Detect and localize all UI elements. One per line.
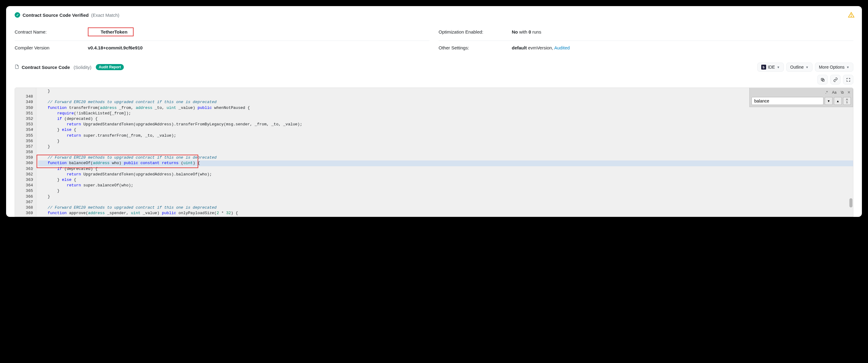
contract-card: ✓ Contract Source Code Verified (Exact M…: [6, 6, 862, 217]
code-editor[interactable]: .* Aa \b × ▾ ▴ A 1 348349350351352353354…: [14, 88, 854, 217]
warning-icon[interactable]: [848, 11, 855, 19]
contract-name-value: TetherToken: [88, 27, 133, 36]
ide-button[interactable]: b IDE ▼: [757, 63, 784, 72]
link-button[interactable]: [830, 75, 841, 85]
code-line[interactable]: // Forward ERC20 methods to upgraded con…: [38, 99, 853, 105]
chevron-down-icon: ▼: [805, 66, 808, 69]
code-line[interactable]: return super.balanceOf(who);: [38, 183, 853, 188]
chevron-down-icon: ▼: [777, 66, 780, 69]
row-compiler: Compiler Version v0.4.18+commit.9cf6e910: [14, 41, 429, 55]
code-line[interactable]: if (deprecated) {: [38, 116, 853, 122]
compiler-value: v0.4.18+commit.9cf6e910: [88, 45, 429, 50]
file-icon: [14, 64, 19, 70]
code-line[interactable]: [38, 149, 853, 155]
code-line[interactable]: }: [38, 139, 853, 144]
outline-button[interactable]: Outline ▼: [786, 63, 812, 72]
verified-title: Contract Source Code Verified: [23, 12, 89, 18]
code-line[interactable]: return UpgradedStandardToken(upgradedAdd…: [38, 122, 853, 127]
audited-link[interactable]: Audited: [554, 45, 570, 50]
row-contract-name: Contract Name: TetherToken: [14, 23, 429, 41]
other-value: default evmVersion, Audited: [512, 45, 854, 50]
code-line[interactable]: function balanceOf(address who) public c…: [38, 160, 853, 166]
svg-point-1: [851, 16, 851, 17]
code-line[interactable]: [38, 200, 853, 205]
more-options-button[interactable]: More Options ▼: [815, 63, 854, 72]
editor-action-row: [14, 75, 854, 85]
source-section-header: Contract Source Code (Solidity) Audit Re…: [14, 63, 854, 72]
code-line[interactable]: return super.transferFrom(_from, _to, _v…: [38, 133, 853, 139]
code-line[interactable]: [38, 94, 853, 99]
code-line[interactable]: function approve(address _spender, uint …: [38, 210, 853, 216]
code-line[interactable]: }: [38, 188, 853, 194]
code-line[interactable]: }: [38, 88, 853, 94]
code-line[interactable]: // Forward ERC20 methods to upgraded con…: [38, 155, 853, 160]
line-gutter: 3483493503513523533543553563573583593603…: [15, 88, 36, 217]
source-lang: (Solidity): [73, 65, 91, 70]
code-line[interactable]: }: [38, 144, 853, 149]
label-other: Other Settings:: [439, 45, 512, 50]
ide-logo-icon: b: [761, 65, 766, 69]
code-line[interactable]: require(!isBlackListed[_from]);: [38, 111, 853, 116]
label-compiler: Compiler Version: [14, 45, 88, 50]
copy-button[interactable]: [817, 75, 828, 85]
chevron-down-icon: ▼: [846, 66, 849, 69]
optimization-value: No with 0 runs: [512, 29, 854, 34]
code-line[interactable]: return UpgradedStandardToken(upgradedAdd…: [38, 172, 853, 177]
row-optimization: Optimization Enabled: No with 0 runs: [439, 23, 854, 41]
verified-subtitle: (Exact Match): [91, 12, 120, 18]
fullscreen-button[interactable]: [843, 75, 854, 85]
audit-badge[interactable]: Audit Report: [96, 64, 124, 70]
code-line[interactable]: } else {: [38, 127, 853, 133]
meta-grid: Contract Name: TetherToken Optimization …: [14, 23, 854, 55]
code-line[interactable]: function transferFrom(address _from, add…: [38, 105, 853, 111]
code-line[interactable]: }: [38, 194, 853, 200]
code-line[interactable]: } else {: [38, 177, 853, 183]
code-area[interactable]: } // Forward ERC20 methods to upgraded c…: [36, 88, 853, 217]
code-line[interactable]: if (deprecated) {: [38, 166, 853, 172]
code-line[interactable]: // Forward ERC20 methods to upgraded con…: [38, 205, 853, 210]
source-title: Contract Source Code: [22, 65, 70, 70]
label-contract-name: Contract Name:: [14, 29, 88, 34]
check-circle-icon: ✓: [14, 12, 20, 18]
scrollbar-thumb[interactable]: [849, 198, 852, 207]
label-optimization: Optimization Enabled:: [439, 29, 512, 34]
verified-row: ✓ Contract Source Code Verified (Exact M…: [14, 12, 854, 18]
row-other: Other Settings: default evmVersion, Audi…: [439, 41, 854, 55]
